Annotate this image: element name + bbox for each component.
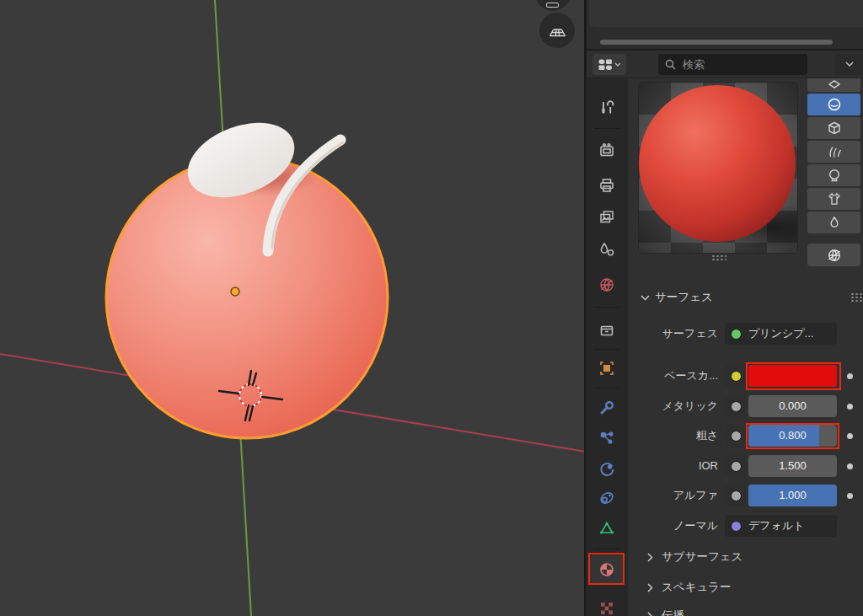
mesh-data-triangle-icon: [598, 520, 615, 537]
tab-group-divider: [594, 307, 619, 308]
annotation-box-material-tab: [588, 553, 624, 585]
metallic-slider[interactable]: 0.000: [748, 395, 837, 417]
tab-group-divider: [594, 128, 619, 129]
properties-header: [587, 51, 863, 78]
tab-texture[interactable]: [590, 594, 624, 616]
modifier-wrench-icon: [598, 399, 615, 416]
particles-icon: [598, 430, 615, 447]
tab-collection[interactable]: [590, 316, 624, 345]
row-label: ノーマル: [628, 515, 718, 537]
material-preview-render: [639, 83, 798, 254]
viewport-3d[interactable]: [0, 0, 586, 616]
chevron-right-icon: [647, 553, 653, 562]
apple-object[interactable]: [106, 157, 388, 438]
outliner-horizontal-scrollbar[interactable]: [600, 40, 833, 45]
subpanel-title: 伝播: [662, 608, 684, 616]
dropdown-value: プリンシプ...: [748, 326, 813, 341]
alpha-slider[interactable]: 1.000: [748, 485, 837, 506]
chevron-right-icon: [647, 612, 653, 616]
tab-scene[interactable]: [590, 235, 624, 264]
preview-shape-plane[interactable]: [807, 78, 860, 92]
property-tab-rail: [586, 78, 628, 616]
object-square-icon: [598, 360, 615, 377]
surface-panel-header[interactable]: サーフェス: [628, 287, 863, 308]
preview-shape-fluid[interactable]: [807, 212, 860, 233]
surface-shader-row: サーフェス プリンシプ...: [628, 323, 863, 345]
camera-icon: [546, 3, 559, 8]
tab-world[interactable]: [590, 271, 624, 299]
ior-slider[interactable]: 1.500: [748, 455, 837, 477]
tab-constraints[interactable]: [590, 484, 624, 512]
dropdown-value: デフォルト: [748, 518, 805, 533]
tool-icon: [598, 99, 615, 116]
preview-shape-sphere[interactable]: [807, 94, 860, 115]
node-socket-alpha: [731, 490, 742, 501]
object-origin-dot[interactable]: [231, 287, 239, 296]
material-preview: [638, 82, 798, 254]
slider-value: 0.000: [748, 395, 837, 417]
viewport-canvas[interactable]: [0, 0, 586, 616]
editor-type-button[interactable]: [592, 54, 626, 75]
normal-dropdown[interactable]: デフォルト: [725, 515, 837, 537]
socket-box: [725, 455, 747, 477]
surface-shader-dropdown[interactable]: プリンシプ...: [725, 323, 837, 345]
tab-modifiers[interactable]: [590, 394, 624, 422]
preview-shape-cube[interactable]: [807, 117, 860, 139]
search-input[interactable]: [681, 57, 801, 72]
preview-shape-shaderball[interactable]: [807, 164, 860, 186]
texture-checker-icon: [598, 600, 615, 616]
subpanel-specular[interactable]: スペキュラー: [628, 576, 863, 598]
world-preview-icon: [826, 247, 843, 264]
tab-object[interactable]: [590, 354, 624, 383]
node-socket-metallic: [731, 401, 742, 412]
slider-value: 1.000: [748, 485, 837, 506]
preview-fluid-icon: [827, 215, 842, 230]
tab-object-data[interactable]: [590, 514, 624, 543]
preview-world-button[interactable]: [807, 244, 860, 266]
subpanel-subsurface[interactable]: サブサーフェス: [628, 546, 863, 568]
output-printer-icon: [598, 177, 615, 194]
physics-orbit-icon: [598, 460, 615, 477]
tab-tool[interactable]: [590, 94, 624, 122]
search-icon: [665, 59, 676, 70]
tab-group-divider: [594, 349, 619, 350]
chevron-down-icon: [845, 62, 854, 67]
properties-editor-icon: [598, 59, 613, 71]
preview-resize-grip[interactable]: [711, 254, 726, 261]
socket-box: [725, 395, 747, 417]
grid-view-gizmo[interactable]: [539, 13, 575, 48]
panel-drag-grip[interactable]: [850, 292, 863, 303]
base-color-swatch[interactable]: [748, 365, 837, 387]
keyframe-dot[interactable]: [847, 433, 853, 439]
slider-value: 0.800: [748, 425, 837, 447]
socket-box: [725, 485, 747, 506]
row-label: アルファ: [628, 485, 718, 506]
keyframe-dot[interactable]: [847, 373, 853, 379]
keyframe-dot[interactable]: [847, 463, 853, 469]
preview-shape-hair[interactable]: [807, 141, 860, 163]
row-label: ベースカ...: [628, 365, 718, 387]
preview-shaderball-icon: [827, 168, 842, 183]
subpanel-transmission[interactable]: 伝播: [628, 605, 863, 616]
tab-render[interactable]: [590, 136, 624, 164]
chevron-right-icon: [647, 583, 653, 592]
tab-output[interactable]: [590, 171, 624, 200]
preview-shape-cloth[interactable]: [807, 188, 860, 210]
keyframe-dot[interactable]: [847, 404, 853, 410]
tab-physics[interactable]: [590, 454, 624, 483]
tab-group-divider: [594, 549, 619, 549]
alpha-row: アルファ 1.000: [628, 485, 863, 506]
search-field[interactable]: [658, 54, 807, 75]
slider-value: 1.500: [748, 455, 837, 477]
roughness-slider[interactable]: 0.800: [748, 425, 837, 447]
tab-view-layer[interactable]: [590, 203, 624, 232]
row-label: サーフェス: [628, 323, 718, 345]
node-socket-normal: [731, 521, 742, 532]
constraint-icon: [598, 490, 615, 506]
tab-particles[interactable]: [590, 424, 624, 453]
socket-box: [725, 425, 747, 447]
keyframe-dot[interactable]: [847, 493, 853, 499]
filter-dropdown-button[interactable]: [834, 54, 863, 75]
preview-plane-icon: [827, 78, 842, 88]
node-socket-roughness: [731, 431, 742, 442]
